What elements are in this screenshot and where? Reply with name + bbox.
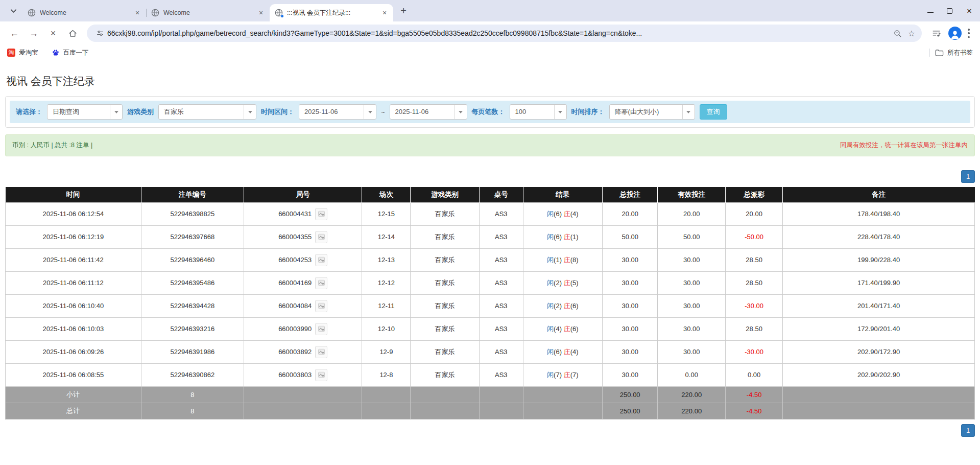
cell-time: 2025-11-06 06:12:54 (6, 202, 141, 225)
minimize-button[interactable] (927, 9, 934, 13)
page-1-button[interactable]: 1 (961, 170, 975, 183)
result-banker: 庄 (564, 325, 570, 333)
video-replay-icon[interactable] (315, 231, 327, 243)
game-type-select[interactable]: 百家乐 (158, 104, 256, 120)
close-tab-icon[interactable]: × (256, 8, 266, 17)
media-playlist-icon[interactable] (927, 24, 945, 42)
notification-dot (280, 14, 284, 18)
video-replay-icon[interactable] (315, 346, 327, 358)
cell-total-bet-link[interactable]: 30.00 (603, 271, 658, 294)
tab-search-button[interactable] (6, 4, 20, 18)
cell-table-no: AS3 (480, 340, 523, 363)
cell-total-bet-link[interactable]: 50.00 (603, 225, 658, 248)
video-replay-icon[interactable] (315, 254, 327, 266)
table-row: 2025-11-06 06:11:42 522946396460 6600042… (6, 248, 975, 271)
window-close-button[interactable]: × (966, 7, 973, 14)
home-button[interactable] (63, 24, 82, 42)
table-row: 2025-11-06 06:10:03 522946393216 6600039… (6, 317, 975, 340)
bookmark-star-icon[interactable]: ☆ (904, 26, 919, 40)
bookmark-baidu[interactable]: 百度一下 (52, 49, 89, 57)
total-row: 总计 8 250.00 220.00 -4.50 (6, 403, 975, 419)
game-type-label: 游戏类别 (127, 107, 154, 117)
forward-button[interactable]: → (25, 24, 43, 42)
query-mode-select[interactable]: 日期查询 (47, 104, 123, 120)
video-replay-icon[interactable] (315, 277, 327, 289)
total-label: 总计 (6, 403, 141, 419)
sort-order-label: 时间排序： (571, 107, 605, 117)
cell-game-type: 百家乐 (411, 225, 480, 248)
round-id-text: 660004431 (278, 210, 312, 218)
cell-total-bet-link[interactable]: 30.00 (603, 317, 658, 340)
page-size-label: 每页笔数： (472, 107, 505, 117)
profile-avatar[interactable] (948, 27, 962, 40)
header-table-no: 桌号 (480, 187, 523, 202)
cell-session: 12-9 (362, 340, 411, 363)
tab-betrecord-active[interactable]: :::视讯 会员下注纪录::: × (270, 4, 393, 21)
video-replay-icon[interactable] (315, 369, 327, 381)
cell-total-bet-link[interactable]: 30.00 (603, 363, 658, 386)
bookmark-aitaobao[interactable]: 淘 爱淘宝 (7, 49, 38, 57)
page-1-button[interactable]: 1 (961, 424, 975, 437)
search-button[interactable]: 查询 (700, 104, 727, 120)
cell-valid-bet: 30.00 (658, 248, 726, 271)
round-id-text: 660004084 (278, 302, 312, 310)
cell-round-id: 660003803 (244, 363, 362, 386)
close-tab-icon[interactable]: × (133, 8, 142, 17)
round-id-text: 660004355 (278, 233, 312, 241)
round-id-text: 660003803 (278, 371, 312, 379)
bookmark-label: 爱淘宝 (19, 49, 38, 57)
browser-menu-icon[interactable] (968, 29, 970, 38)
tab-welcome-1[interactable]: Welcome × (22, 4, 146, 21)
close-tab-icon[interactable]: × (380, 8, 389, 17)
date-to-select[interactable]: 2025-11-06 (390, 104, 467, 120)
zoom-out-icon[interactable] (890, 26, 904, 40)
site-settings-icon[interactable] (93, 26, 107, 40)
table-row: 2025-11-06 06:12:54 522946398825 6600044… (6, 202, 975, 225)
cell-remark: 202.90/202.90 (783, 363, 975, 386)
cell-time: 2025-11-06 06:10:40 (6, 294, 141, 317)
date-tilde: ~ (381, 108, 385, 116)
url-bar[interactable]: 66cxkj98.com/ipl/portal.php/game/betreco… (87, 25, 922, 42)
chevron-down-icon (110, 105, 122, 119)
page-size-select[interactable]: 100 (510, 104, 567, 120)
maximize-button[interactable] (947, 8, 952, 14)
subtotal-label: 小计 (6, 386, 141, 403)
chevron-down-icon (682, 105, 695, 119)
url-text[interactable]: 66cxkj98.com/ipl/portal.php/game/betreco… (107, 29, 890, 37)
header-bet-id: 注单编号 (141, 187, 244, 202)
cell-total-bet-link[interactable]: 20.00 (603, 202, 658, 225)
sort-order-select[interactable]: 降幂(由大到小) (609, 104, 695, 120)
video-replay-icon[interactable] (315, 323, 327, 335)
divider (929, 49, 930, 57)
table-body: 2025-11-06 06:12:54 522946398825 6600044… (6, 202, 975, 386)
browser-toolbar: ← → × 66cxkj98.com/ipl/portal.php/game/b… (0, 21, 980, 45)
cell-round-id: 660004431 (244, 202, 362, 225)
cell-game-type: 百家乐 (411, 340, 480, 363)
back-button[interactable]: ← (5, 24, 23, 42)
all-bookmarks-button[interactable]: 所有书签 (935, 49, 973, 57)
cell-valid-bet: 30.00 (658, 317, 726, 340)
total-count: 8 (141, 403, 244, 419)
cell-payout: 28.50 (726, 317, 783, 340)
cell-total-bet-link[interactable]: 30.00 (603, 248, 658, 271)
cell-total-bet-link[interactable]: 30.00 (603, 340, 658, 363)
cell-total-bet-link[interactable]: 30.00 (603, 294, 658, 317)
tab-welcome-2[interactable]: Welcome × (146, 4, 270, 21)
baidu-paw-icon (52, 49, 60, 57)
cell-result: 闲(1) 庄(8) (523, 248, 603, 271)
cell-game-type: 百家乐 (411, 271, 480, 294)
stop-loading-button[interactable]: × (44, 24, 62, 42)
video-replay-icon[interactable] (315, 300, 327, 312)
video-replay-icon[interactable] (315, 208, 327, 220)
bookmarks-bar: 淘 爱淘宝 百度一下 所有书签 (0, 45, 980, 60)
cell-payout: 28.50 (726, 248, 783, 271)
subtotal-count: 8 (141, 386, 244, 403)
cell-round-id: 660003892 (244, 340, 362, 363)
date-from-select[interactable]: 2025-11-06 (299, 104, 376, 120)
window-controls: × (927, 0, 973, 21)
new-tab-button[interactable]: + (396, 4, 411, 18)
result-banker: 庄 (564, 210, 570, 218)
result-banker: 庄 (564, 348, 570, 356)
header-game-type: 游戏类别 (411, 187, 480, 202)
bet-records-table: 时间 注单编号 局号 场次 游戏类别 桌号 结果 总投注 有效投注 总派彩 备注… (5, 187, 975, 420)
